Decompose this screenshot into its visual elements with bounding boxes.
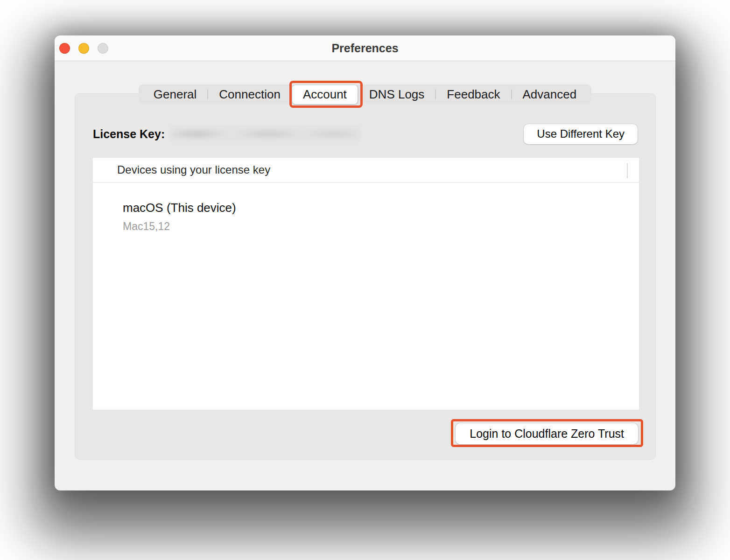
tab-general[interactable]: General: [143, 84, 208, 104]
tab-feedback[interactable]: Feedback: [436, 84, 511, 104]
devices-table-body: macOS (This device) Mac15,12: [93, 183, 639, 233]
tab-bar: General Connection Account DNS Logs Feed…: [139, 84, 591, 104]
devices-table-header[interactable]: Devices using your license key: [93, 158, 639, 183]
tab-advanced[interactable]: Advanced: [512, 84, 588, 104]
devices-header-label: Devices using your license key: [117, 163, 270, 176]
window-title: Preferences: [55, 35, 675, 61]
use-different-key-button[interactable]: Use Different Key: [524, 124, 638, 144]
tab-account[interactable]: Account: [292, 85, 358, 104]
device-name: macOS (This device): [123, 201, 639, 215]
login-zero-trust-button[interactable]: Login to Cloudflare Zero Trust: [456, 423, 638, 444]
license-key-label: License Key:: [93, 127, 165, 141]
tab-connection[interactable]: Connection: [208, 84, 291, 104]
tab-dns-logs[interactable]: DNS Logs: [358, 84, 435, 104]
account-tab-panel: License Key: Use Different Key Devices u…: [75, 93, 656, 460]
screenshot-stage: Preferences License Key: Use Different K…: [0, 0, 730, 560]
device-row[interactable]: macOS (This device) Mac15,12: [93, 183, 639, 233]
preferences-window: Preferences License Key: Use Different K…: [55, 35, 675, 490]
devices-table: Devices using your license key macOS (Th…: [93, 158, 639, 410]
device-model: Mac15,12: [123, 220, 639, 233]
column-separator: [627, 163, 628, 178]
titlebar: Preferences: [55, 35, 675, 61]
license-key-row: License Key: Use Different Key: [93, 123, 638, 145]
license-key-redacted-value: [170, 126, 359, 142]
